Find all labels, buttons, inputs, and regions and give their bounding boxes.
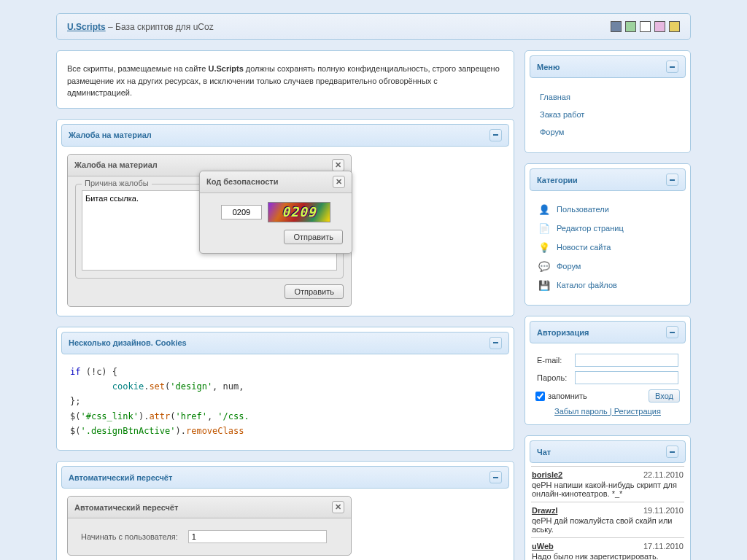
close-icon[interactable]: ✕ [332, 501, 344, 513]
forgot-password-link[interactable]: Забыл пароль [554, 407, 608, 416]
complaint-panel-title: Жалоба на материал [69, 131, 152, 139]
menu-item[interactable]: Заказ работ [537, 106, 678, 123]
users-icon: 👤 [538, 203, 550, 215]
complaint-submit-button[interactable]: Отправить [285, 284, 344, 299]
category-label: Пользователи [557, 205, 609, 214]
collapse-button[interactable] [489, 471, 502, 483]
register-link[interactable]: Регистрация [614, 407, 661, 416]
recalc-row1-label: Начинать с пользователя: [77, 527, 182, 546]
captcha-image: 0209 [268, 202, 330, 222]
chat-panel: Чат borisle222.11.2010qePH напиши какой-… [525, 435, 691, 560]
category-item[interactable]: 👤Пользователи [537, 200, 678, 219]
theme-switcher [611, 21, 680, 32]
notice-brand: U.Scripts [208, 64, 243, 73]
header-tagline: База скриптов для uCoz [115, 22, 214, 32]
auth-title: Авторизация [537, 328, 589, 337]
collapse-button[interactable] [489, 337, 502, 349]
theme-swatch[interactable] [640, 21, 651, 32]
theme-swatch[interactable] [625, 21, 636, 32]
recalc-dialog-title: Автоматический пересчёт [74, 503, 178, 512]
bubble-icon: 💬 [538, 260, 550, 272]
chat-user[interactable]: uWeb [532, 542, 554, 551]
menu-panel: Меню ГлавнаяЗаказ работФорум [525, 50, 691, 153]
recalc-panel-title: Автоматический пересчёт [69, 473, 172, 482]
login-button[interactable]: Вход [649, 389, 680, 402]
category-item[interactable]: 💾Каталог файлов [537, 276, 678, 295]
collapse-button[interactable] [489, 129, 502, 141]
chat-text: qePH напиши какой-нибудь скрипт для онла… [532, 479, 684, 498]
close-icon[interactable]: ✕ [333, 176, 345, 188]
designs-panel: Несколько дизайнов. Cookies if (!c) { co… [56, 327, 514, 451]
notice-panel: Все скрипты, размещаемые на сайте U.Scri… [56, 50, 514, 109]
category-item[interactable]: 💬Форум [537, 257, 678, 276]
password-field[interactable] [575, 371, 678, 384]
chat-date: 17.11.2010 [643, 542, 684, 551]
bulb-icon: 💡 [538, 241, 550, 253]
category-label: Форум [557, 262, 581, 271]
disk-icon: 💾 [538, 279, 550, 291]
security-submit-button[interactable]: Отправить [284, 230, 343, 244]
collapse-button[interactable] [666, 446, 678, 458]
category-label: Новости сайта [557, 243, 611, 252]
auth-email-label: E-mail: [537, 352, 573, 368]
code-snippet: if (!c) { cookie.set('design', num, }; $… [67, 362, 503, 442]
collapse-button[interactable] [666, 326, 678, 338]
chat-message: DrawzI19.11.2010qePH дай пожалуйста свой… [531, 502, 684, 537]
collapse-button[interactable] [666, 61, 678, 73]
categories-panel: Категории 👤Пользователи📄Редактор страниц… [525, 163, 691, 306]
auth-panel: Авторизация E-mail: Пароль: запомнить Вх… [525, 316, 691, 425]
email-field[interactable] [575, 354, 678, 367]
menu-item[interactable]: Главная [537, 88, 678, 106]
menu-item[interactable]: Форум [537, 123, 678, 141]
category-label: Каталог файлов [557, 281, 617, 289]
chat-message: borisle222.11.2010qePH напиши какой-нибу… [531, 466, 684, 502]
captcha-input[interactable] [221, 205, 262, 219]
chat-text: qePH дай пожалуйста свой скайп или аську… [532, 515, 684, 534]
theme-swatch[interactable] [669, 21, 680, 32]
theme-swatch[interactable] [654, 21, 665, 32]
chat-text: Надо было ник зарегистрировать. [532, 551, 684, 560]
chat-date: 22.11.2010 [643, 470, 684, 479]
remember-label[interactable]: запомнить [535, 392, 587, 401]
category-item[interactable]: 📄Редактор страниц [537, 219, 678, 238]
designs-panel-title: Несколько дизайнов. Cookies [69, 338, 187, 347]
recalc-panel: Автоматический пересчёт Автоматический п… [56, 461, 514, 560]
chat-title: Чат [537, 448, 551, 456]
menu-title: Меню [537, 63, 560, 71]
complaint-fieldset-legend: Причина жалобы [82, 179, 152, 187]
categories-title: Категории [537, 176, 578, 184]
brand-link[interactable]: U.Scripts [67, 22, 106, 32]
complaint-dialog: Жалоба на материал ✕ Причина жалобы Бита… [67, 154, 352, 307]
collapse-button[interactable] [666, 174, 678, 186]
complaint-dialog-title: Жалоба на материал [74, 160, 158, 169]
chat-date: 19.11.2010 [643, 506, 684, 515]
auth-sep: | [608, 407, 614, 416]
recalc-start-input[interactable] [188, 530, 327, 543]
chat-user[interactable]: DrawzI [532, 506, 557, 515]
complaint-panel: Жалоба на материал Жалоба на материал ✕ … [56, 119, 514, 316]
remember-checkbox[interactable] [535, 392, 545, 401]
page-icon: 📄 [538, 222, 550, 234]
category-item[interactable]: 💡Новости сайта [537, 238, 678, 257]
theme-swatch[interactable] [611, 21, 622, 32]
category-label: Редактор страниц [557, 224, 624, 233]
chat-user[interactable]: borisle2 [532, 470, 562, 479]
site-header: U.Scripts – База скриптов для uCoz [56, 13, 691, 40]
close-icon[interactable]: ✕ [332, 159, 344, 171]
recalc-dialog: Автоматический пересчёт ✕ Начинать с пол… [67, 496, 352, 556]
security-dialog: Код безопасности ✕ 0209 Отправить [199, 171, 352, 254]
chat-message: uWeb17.11.2010Надо было ник зарегистриро… [531, 537, 684, 560]
security-dialog-title: Код безопасности [206, 177, 279, 186]
header-sep: – [106, 22, 115, 32]
auth-pass-label: Пароль: [537, 370, 573, 386]
notice-text-pre: Все скрипты, размещаемые на сайте [67, 64, 208, 73]
